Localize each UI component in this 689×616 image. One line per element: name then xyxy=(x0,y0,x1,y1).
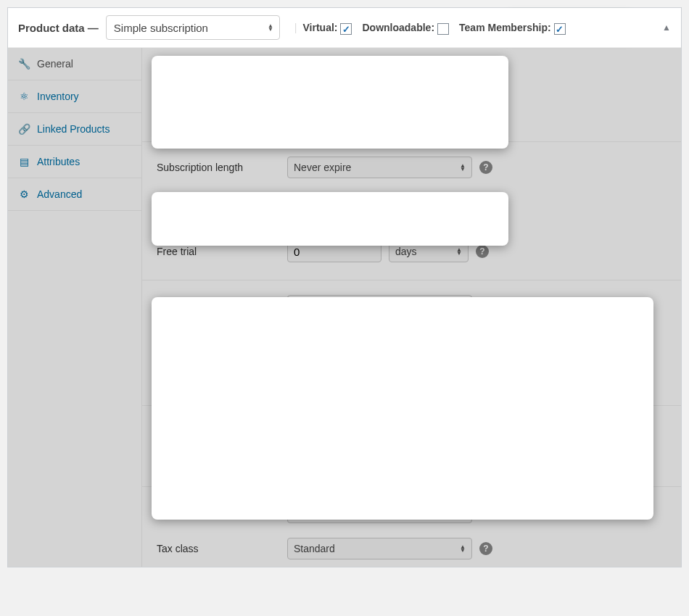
chevron-up-down-icon: ▲▼ xyxy=(456,106,462,113)
tax-status-select[interactable]: Taxable ▲▼ xyxy=(287,501,472,523)
sidebar-item-label: Attributes xyxy=(37,156,80,167)
list-icon: ▤ xyxy=(18,156,30,167)
team-pricing-label: Team Pricing xyxy=(157,62,287,79)
sidebar-item-label: Inventory xyxy=(37,91,79,102)
tax-status-label: Tax status xyxy=(157,501,287,518)
team-membership-checkbox[interactable] xyxy=(554,23,566,35)
sidebar: 🔧 General ⚛ Inventory 🔗 Linked Products … xyxy=(8,48,142,567)
sub-interval-value: every xyxy=(352,104,376,115)
sidebar-item-linked-products[interactable]: 🔗 Linked Products xyxy=(8,113,141,146)
atom-icon: ⚛ xyxy=(18,91,30,102)
sale-price-label: Per-member sale price ($) xyxy=(157,295,287,312)
content-area: Team Pricing Per Member ▲▼ Per-member su… xyxy=(142,48,681,567)
tax-class-label: Tax class xyxy=(157,538,287,554)
help-icon[interactable]: ? xyxy=(479,542,492,555)
sub-price-input[interactable] xyxy=(287,99,338,120)
sidebar-item-inventory[interactable]: ⚛ Inventory xyxy=(8,80,141,113)
sub-price-label: Per-member subscription price ($) xyxy=(157,99,287,127)
sidebar-item-general[interactable]: 🔧 General xyxy=(8,48,141,80)
divider: | xyxy=(294,22,297,33)
panel-title: Product data — xyxy=(18,22,99,34)
team-pricing-value: Per Member xyxy=(294,67,350,79)
access-value: Silver xyxy=(294,425,319,437)
team-pricing-select[interactable]: Per Member ▲▼ xyxy=(287,62,374,84)
chevron-up-down-icon: ▲▼ xyxy=(460,509,466,516)
sidebar-item-label: Linked Products xyxy=(37,123,110,135)
free-trial-unit-select[interactable]: days ▲▼ xyxy=(389,241,469,262)
help-icon[interactable]: ? xyxy=(479,203,492,216)
help-icon[interactable]: ? xyxy=(479,161,492,174)
sub-length-label: Subscription length xyxy=(157,157,287,173)
help-icon[interactable]: ? xyxy=(476,245,489,258)
signup-fee-input[interactable] xyxy=(287,199,472,220)
free-trial-input[interactable] xyxy=(287,241,381,262)
downloadable-label: Downloadable: xyxy=(362,22,434,33)
tax-class-select[interactable]: Standard ▲▼ xyxy=(287,538,472,559)
manage-plan-prompt: Need to add or edit a plan? xyxy=(157,462,279,473)
sub-period-value: month xyxy=(417,104,445,115)
chevron-up-down-icon: ▲▼ xyxy=(268,24,273,31)
sidebar-item-attributes[interactable]: ▤ Attributes xyxy=(8,146,141,178)
max-members-label: Maximum member count xyxy=(157,367,287,384)
chevron-up-down-icon: ▲▼ xyxy=(460,428,466,435)
tax-class-value: Standard xyxy=(294,543,335,554)
schedule-link[interactable]: Schedule xyxy=(542,300,585,312)
min-members-label: Minimum member count xyxy=(157,331,287,348)
tax-status-value: Taxable xyxy=(294,507,329,518)
sale-price-input[interactable] xyxy=(287,295,472,317)
product-type-select[interactable]: Simple subscription ▲▼ xyxy=(106,15,280,40)
sub-interval-select[interactable]: every ▲▼ xyxy=(345,99,403,120)
collapse-caret-icon[interactable]: ▲ xyxy=(662,22,671,33)
signup-fee-label: Per-member sign-up fee ($) xyxy=(157,199,287,215)
help-icon[interactable]: ? xyxy=(479,506,492,519)
panel-body: 🔧 General ⚛ Inventory 🔗 Linked Products … xyxy=(8,48,681,567)
virtual-label: Virtual: xyxy=(303,22,338,33)
virtual-checkbox[interactable] xyxy=(340,23,352,35)
sale-price-suffix: every month xyxy=(479,300,535,312)
sub-length-value: Never expire xyxy=(294,162,351,173)
wrench-icon: 🔧 xyxy=(18,58,30,70)
gear-icon: ⚙ xyxy=(18,188,30,200)
chevron-up-down-icon: ▲▼ xyxy=(362,70,368,77)
product-data-panel: Product data — Simple subscription ▲▼ | … xyxy=(7,7,682,567)
link-icon: 🔗 xyxy=(18,123,30,135)
downloadable-checkbox[interactable] xyxy=(437,23,449,35)
chevron-up-down-icon: ▲▼ xyxy=(391,106,397,113)
max-members-input[interactable] xyxy=(287,367,472,389)
team-membership-label: Team Membership: xyxy=(459,22,551,33)
chevron-up-down-icon: ▲▼ xyxy=(460,164,466,171)
help-icon[interactable]: ? xyxy=(476,103,489,116)
panel-header: Product data — Simple subscription ▲▼ | … xyxy=(8,8,681,48)
chevron-up-down-icon: ▲▼ xyxy=(460,545,466,552)
sidebar-item-label: General xyxy=(37,58,73,70)
manage-plans-link[interactable]: Manage Membership Plans xyxy=(282,462,405,473)
sidebar-item-advanced[interactable]: ⚙ Advanced xyxy=(8,178,141,211)
sub-period-select[interactable]: month ▲▼ xyxy=(410,99,469,120)
access-label: Team members will have access to xyxy=(157,420,287,449)
access-select[interactable]: Silver ▲▼ xyxy=(287,420,472,442)
chevron-up-down-icon: ▲▼ xyxy=(456,248,462,255)
sidebar-item-label: Advanced xyxy=(37,188,82,200)
free-trial-unit-value: days xyxy=(395,246,417,257)
product-type-value: Simple subscription xyxy=(114,22,208,34)
free-trial-label: Free trial xyxy=(157,241,287,257)
min-members-input[interactable] xyxy=(287,331,472,353)
sub-length-select[interactable]: Never expire ▲▼ xyxy=(287,157,472,178)
